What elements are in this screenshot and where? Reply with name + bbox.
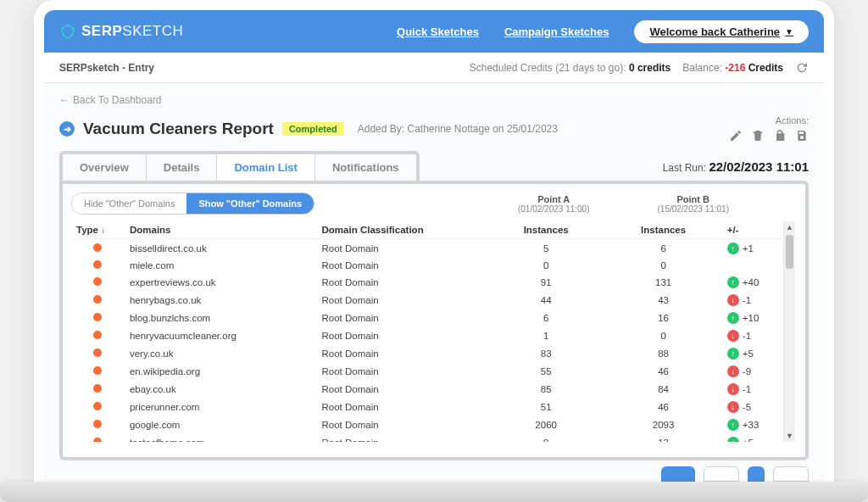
- col-type-label: Type: [76, 225, 98, 235]
- report-icon: ➜: [59, 121, 75, 137]
- page-title: Vacuum Cleaners Report: [83, 120, 274, 138]
- balance-value: -216: [725, 62, 745, 74]
- instances-a-cell: 55: [487, 362, 604, 380]
- instances-b-cell: 16: [604, 309, 721, 326]
- nav-campaign-sketches[interactable]: Campaign Sketches: [504, 25, 609, 38]
- instances-b-cell: 131: [604, 273, 721, 291]
- table-row[interactable]: bisselldirect.co.uk Root Domain 5 6 ↑+1: [71, 239, 797, 258]
- type-dot-icon: [93, 438, 102, 443]
- classification-cell: Root Domain: [317, 362, 487, 380]
- scroll-up-icon[interactable]: ▲: [784, 221, 795, 233]
- instances-b-cell: 84: [604, 380, 721, 398]
- instances-b-cell: 0: [604, 326, 721, 344]
- domain-cell: en.wikipedia.org: [125, 362, 317, 380]
- brand[interactable]: SERPSKETCH: [59, 23, 183, 40]
- type-dot-icon: [93, 366, 102, 375]
- scroll-down-icon[interactable]: ▼: [784, 430, 795, 442]
- user-menu[interactable]: Welcome back Catherine ▼: [634, 20, 809, 43]
- instances-a-cell: 6: [487, 309, 604, 326]
- table-row[interactable]: henrybags.co.uk Root Domain 44 43 ↓-1: [71, 291, 797, 309]
- col-domains[interactable]: Domains: [125, 221, 317, 239]
- show-other-domains[interactable]: Show "Other" Domains: [186, 193, 314, 214]
- classification-cell: Root Domain: [317, 239, 487, 258]
- instances-a-cell: 8: [487, 433, 604, 442]
- arrow-up-icon: ↑: [727, 348, 739, 360]
- plan-name: SERPsketch - Entry: [59, 62, 154, 74]
- user-menu-label: Welcome back Catherine: [649, 25, 780, 38]
- col-classification[interactable]: Domain Classification: [317, 221, 487, 239]
- arrow-up-icon: ↑: [727, 243, 739, 254]
- secondary-action-button[interactable]: [704, 466, 739, 482]
- col-instances-b[interactable]: Instances: [604, 221, 721, 239]
- instances-a-cell: 44: [487, 291, 604, 309]
- instances-a-cell: 1: [487, 326, 604, 344]
- sub-bar: SERPsketch - Entry Scheduled Credits (21…: [44, 53, 824, 83]
- tab-notifications[interactable]: Notifications: [315, 154, 416, 181]
- primary-action-button[interactable]: [661, 466, 695, 482]
- save-icon[interactable]: [795, 129, 809, 142]
- nav-quick-sketches[interactable]: Quick Sketches: [397, 25, 479, 38]
- arrow-left-icon: ←: [59, 94, 70, 106]
- type-dot-icon: [93, 402, 102, 410]
- hide-other-domains[interactable]: Hide "Other" Domains: [72, 193, 186, 214]
- col-type[interactable]: Type ↓: [71, 221, 125, 239]
- tab-domain-list[interactable]: Domain List: [217, 154, 314, 181]
- scrollbar[interactable]: ▲ ▼: [783, 221, 795, 442]
- edit-icon[interactable]: [729, 129, 743, 142]
- instances-a-cell: 51: [487, 398, 604, 416]
- tabs: Overview Details Domain List Notificatio…: [59, 151, 420, 181]
- credits-value: 0 credits: [629, 62, 670, 74]
- title-row: ➜ Vacuum Cleaners Report Completed Added…: [44, 110, 824, 151]
- delta-value: -1: [743, 295, 751, 305]
- table-row[interactable]: henryvacuumcleaner.org Root Domain 1 0 ↓…: [71, 326, 797, 344]
- other-domains-toggle: Hide "Other" Domains Show "Other" Domain…: [71, 192, 314, 215]
- refresh-icon[interactable]: [795, 61, 809, 75]
- instances-a-cell: 91: [487, 273, 604, 291]
- table-row[interactable]: en.wikipedia.org Root Domain 55 46 ↓-9: [71, 362, 797, 380]
- back-to-dashboard[interactable]: ← Back To Dashboard: [59, 94, 162, 106]
- classification-cell: Root Domain: [317, 309, 487, 326]
- instances-b-cell: 6: [604, 239, 721, 258]
- domain-cell: henryvacuumcleaner.org: [125, 326, 317, 344]
- domain-cell: pricerunner.com: [125, 398, 317, 416]
- last-run-label: Last Run:: [663, 162, 706, 174]
- table-row[interactable]: very.co.uk Root Domain 83 88 ↑+5: [71, 344, 797, 362]
- type-dot-icon: [93, 313, 102, 321]
- table-row[interactable]: tasteofhome.com Root Domain 8 13 ↑+5: [71, 433, 797, 442]
- classification-cell: Root Domain: [317, 398, 487, 416]
- col-instances-a[interactable]: Instances: [487, 221, 604, 239]
- arrow-up-icon: ↑: [727, 437, 739, 443]
- domain-cell: google.com: [125, 416, 317, 433]
- tab-details[interactable]: Details: [147, 154, 218, 181]
- domain-cell: miele.com: [125, 257, 317, 273]
- table-row[interactable]: google.com Root Domain 2060 2093 ↑+33: [71, 416, 797, 433]
- classification-cell: Root Domain: [317, 257, 487, 273]
- unlock-icon[interactable]: [773, 129, 787, 142]
- table-row[interactable]: ebay.co.uk Root Domain 85 84 ↓-1: [71, 380, 797, 398]
- quaternary-action-button[interactable]: [773, 466, 809, 482]
- arrow-up-icon: ↑: [727, 419, 739, 431]
- arrow-up-icon: ↑: [727, 276, 739, 288]
- table-row[interactable]: pricerunner.com Root Domain 51 46 ↓-5: [71, 398, 797, 416]
- table-row[interactable]: blog.bunzlchs.com Root Domain 6 16 ↑+10: [71, 309, 797, 326]
- delta-value: -1: [743, 331, 751, 341]
- table-row[interactable]: miele.com Root Domain 0 0: [71, 257, 797, 273]
- trash-icon[interactable]: [751, 129, 765, 142]
- balance-unit: Credits: [748, 62, 783, 74]
- classification-cell: Root Domain: [317, 326, 487, 344]
- delta-value: +5: [743, 349, 754, 359]
- actions-label: Actions:: [729, 115, 809, 126]
- added-by: Added By: Catherine Nottage on 25/01/202…: [358, 123, 558, 135]
- caret-down-icon: ▼: [785, 27, 793, 36]
- tertiary-action-button[interactable]: [748, 466, 765, 482]
- scroll-thumb[interactable]: [786, 235, 793, 269]
- last-run-value: 22/02/2023 11:01: [709, 159, 809, 174]
- domain-cell: blog.bunzlchs.com: [125, 309, 317, 326]
- instances-b-cell: 2093: [604, 416, 721, 433]
- domain-cell: henrybags.co.uk: [125, 291, 317, 309]
- instances-b-cell: 46: [604, 398, 721, 416]
- tab-overview[interactable]: Overview: [63, 154, 147, 181]
- table-row[interactable]: expertreviews.co.uk Root Domain 91 131 ↑…: [71, 273, 797, 291]
- classification-cell: Root Domain: [317, 273, 487, 291]
- status-badge: Completed: [282, 122, 344, 136]
